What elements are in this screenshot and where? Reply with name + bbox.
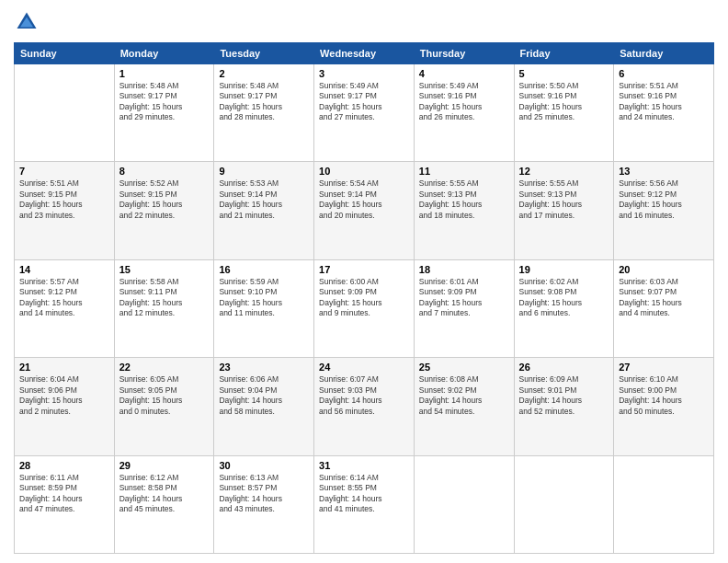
day-number: 10: [319, 166, 409, 177]
day-info: Sunrise: 6:06 AM Sunset: 9:04 PM Dayligh…: [219, 374, 309, 417]
day-number: 9: [219, 166, 309, 177]
logo: [14, 9, 43, 35]
day-info: Sunrise: 5:52 AM Sunset: 9:15 PM Dayligh…: [119, 178, 210, 221]
calendar-cell: [15, 64, 115, 162]
day-info: Sunrise: 6:01 AM Sunset: 9:09 PM Dayligh…: [419, 277, 509, 319]
calendar-cell: 4Sunrise: 5:49 AM Sunset: 9:16 PM Daylig…: [414, 64, 514, 162]
week-row-4: 21Sunrise: 6:04 AM Sunset: 9:06 PM Dayli…: [15, 358, 714, 455]
day-number: 14: [19, 264, 109, 275]
day-info: Sunrise: 5:53 AM Sunset: 9:14 PM Dayligh…: [219, 178, 309, 221]
day-number: 5: [519, 68, 609, 79]
calendar-cell: 26Sunrise: 6:09 AM Sunset: 9:01 PM Dayli…: [514, 358, 614, 455]
day-info: Sunrise: 5:48 AM Sunset: 9:17 PM Dayligh…: [119, 81, 210, 123]
calendar-cell: 6Sunrise: 5:51 AM Sunset: 9:16 PM Daylig…: [614, 64, 714, 162]
day-number: 16: [219, 264, 309, 275]
calendar-cell: 17Sunrise: 6:00 AM Sunset: 9:09 PM Dayli…: [314, 259, 415, 357]
day-info: Sunrise: 6:00 AM Sunset: 9:09 PM Dayligh…: [319, 277, 409, 319]
weekday-header-thursday: Thursday: [414, 43, 514, 64]
calendar-cell: 19Sunrise: 6:02 AM Sunset: 9:08 PM Dayli…: [514, 259, 614, 357]
day-info: Sunrise: 5:57 AM Sunset: 9:12 PM Dayligh…: [19, 277, 109, 319]
day-number: 22: [119, 362, 210, 373]
day-number: 26: [519, 362, 609, 373]
calendar-cell: 28Sunrise: 6:11 AM Sunset: 8:59 PM Dayli…: [15, 455, 115, 553]
calendar-cell: 16Sunrise: 5:59 AM Sunset: 9:10 PM Dayli…: [214, 259, 314, 357]
day-number: 2: [219, 68, 309, 79]
calendar-cell: 14Sunrise: 5:57 AM Sunset: 9:12 PM Dayli…: [15, 259, 115, 357]
weekday-header-monday: Monday: [114, 43, 214, 64]
weekday-header-friday: Friday: [514, 43, 614, 64]
calendar-cell: [514, 455, 614, 553]
day-info: Sunrise: 6:05 AM Sunset: 9:05 PM Dayligh…: [119, 374, 210, 417]
calendar-cell: 10Sunrise: 5:54 AM Sunset: 9:14 PM Dayli…: [314, 162, 415, 259]
day-number: 6: [619, 68, 709, 79]
calendar-cell: 15Sunrise: 5:58 AM Sunset: 9:11 PM Dayli…: [114, 259, 214, 357]
day-info: Sunrise: 5:56 AM Sunset: 9:12 PM Dayligh…: [619, 178, 709, 221]
day-number: 13: [619, 166, 709, 177]
day-info: Sunrise: 5:49 AM Sunset: 9:16 PM Dayligh…: [419, 81, 509, 123]
day-info: Sunrise: 6:04 AM Sunset: 9:06 PM Dayligh…: [19, 374, 109, 417]
calendar-cell: 20Sunrise: 6:03 AM Sunset: 9:07 PM Dayli…: [614, 259, 714, 357]
calendar-cell: 27Sunrise: 6:10 AM Sunset: 9:00 PM Dayli…: [614, 358, 714, 455]
calendar-cell: 3Sunrise: 5:49 AM Sunset: 9:17 PM Daylig…: [314, 64, 415, 162]
day-number: 7: [19, 166, 109, 177]
calendar-cell: 24Sunrise: 6:07 AM Sunset: 9:03 PM Dayli…: [314, 358, 415, 455]
day-info: Sunrise: 5:54 AM Sunset: 9:14 PM Dayligh…: [319, 178, 409, 221]
day-number: 31: [319, 460, 409, 471]
day-info: Sunrise: 5:49 AM Sunset: 9:17 PM Dayligh…: [319, 81, 409, 123]
day-number: 3: [319, 68, 409, 79]
day-number: 30: [219, 460, 309, 471]
day-number: 21: [19, 362, 109, 373]
day-number: 29: [119, 460, 210, 471]
calendar-cell: 29Sunrise: 6:12 AM Sunset: 8:58 PM Dayli…: [114, 455, 214, 553]
week-row-1: 1Sunrise: 5:48 AM Sunset: 9:17 PM Daylig…: [15, 64, 714, 162]
day-info: Sunrise: 6:12 AM Sunset: 8:58 PM Dayligh…: [119, 473, 210, 515]
day-info: Sunrise: 6:14 AM Sunset: 8:55 PM Dayligh…: [319, 473, 409, 515]
logo-icon: [14, 9, 40, 35]
day-number: 4: [419, 68, 509, 79]
calendar-cell: [614, 455, 714, 553]
day-info: Sunrise: 5:51 AM Sunset: 9:15 PM Dayligh…: [19, 178, 109, 221]
day-number: 27: [619, 362, 709, 373]
week-row-2: 7Sunrise: 5:51 AM Sunset: 9:15 PM Daylig…: [15, 162, 714, 259]
day-number: 17: [319, 264, 409, 275]
day-number: 19: [519, 264, 609, 275]
calendar-cell: 22Sunrise: 6:05 AM Sunset: 9:05 PM Dayli…: [114, 358, 214, 455]
day-info: Sunrise: 6:07 AM Sunset: 9:03 PM Dayligh…: [319, 374, 409, 417]
day-info: Sunrise: 6:02 AM Sunset: 9:08 PM Dayligh…: [519, 277, 609, 319]
day-info: Sunrise: 6:13 AM Sunset: 8:57 PM Dayligh…: [219, 473, 309, 515]
day-number: 20: [619, 264, 709, 275]
day-info: Sunrise: 6:11 AM Sunset: 8:59 PM Dayligh…: [19, 473, 109, 515]
calendar-table: SundayMondayTuesdayWednesdayThursdayFrid…: [14, 42, 714, 554]
day-info: Sunrise: 5:51 AM Sunset: 9:16 PM Dayligh…: [619, 81, 709, 123]
calendar-cell: 21Sunrise: 6:04 AM Sunset: 9:06 PM Dayli…: [15, 358, 115, 455]
calendar-cell: 31Sunrise: 6:14 AM Sunset: 8:55 PM Dayli…: [314, 455, 415, 553]
week-row-5: 28Sunrise: 6:11 AM Sunset: 8:59 PM Dayli…: [15, 455, 714, 553]
weekday-header-wednesday: Wednesday: [314, 43, 415, 64]
weekday-header-sunday: Sunday: [15, 43, 115, 64]
day-info: Sunrise: 5:55 AM Sunset: 9:13 PM Dayligh…: [519, 178, 609, 221]
day-number: 8: [119, 166, 210, 177]
calendar-cell: 8Sunrise: 5:52 AM Sunset: 9:15 PM Daylig…: [114, 162, 214, 259]
calendar-cell: 13Sunrise: 5:56 AM Sunset: 9:12 PM Dayli…: [614, 162, 714, 259]
page: SundayMondayTuesdayWednesdayThursdayFrid…: [0, 0, 728, 563]
calendar-cell: 18Sunrise: 6:01 AM Sunset: 9:09 PM Dayli…: [414, 259, 514, 357]
day-number: 23: [219, 362, 309, 373]
calendar-cell: 7Sunrise: 5:51 AM Sunset: 9:15 PM Daylig…: [15, 162, 115, 259]
day-info: Sunrise: 5:48 AM Sunset: 9:17 PM Dayligh…: [219, 81, 309, 123]
day-info: Sunrise: 6:03 AM Sunset: 9:07 PM Dayligh…: [619, 277, 709, 319]
day-info: Sunrise: 5:50 AM Sunset: 9:16 PM Dayligh…: [519, 81, 609, 123]
calendar-cell: 25Sunrise: 6:08 AM Sunset: 9:02 PM Dayli…: [414, 358, 514, 455]
calendar-cell: 9Sunrise: 5:53 AM Sunset: 9:14 PM Daylig…: [214, 162, 314, 259]
calendar-cell: 12Sunrise: 5:55 AM Sunset: 9:13 PM Dayli…: [514, 162, 614, 259]
calendar-cell: 11Sunrise: 5:55 AM Sunset: 9:13 PM Dayli…: [414, 162, 514, 259]
calendar-cell: 30Sunrise: 6:13 AM Sunset: 8:57 PM Dayli…: [214, 455, 314, 553]
week-row-3: 14Sunrise: 5:57 AM Sunset: 9:12 PM Dayli…: [15, 259, 714, 357]
calendar-cell: [414, 455, 514, 553]
day-info: Sunrise: 5:55 AM Sunset: 9:13 PM Dayligh…: [419, 178, 509, 221]
day-number: 12: [519, 166, 609, 177]
day-number: 28: [19, 460, 109, 471]
day-number: 24: [319, 362, 409, 373]
calendar-cell: 1Sunrise: 5:48 AM Sunset: 9:17 PM Daylig…: [114, 64, 214, 162]
day-info: Sunrise: 6:10 AM Sunset: 9:00 PM Dayligh…: [619, 374, 709, 417]
calendar-cell: 5Sunrise: 5:50 AM Sunset: 9:16 PM Daylig…: [514, 64, 614, 162]
